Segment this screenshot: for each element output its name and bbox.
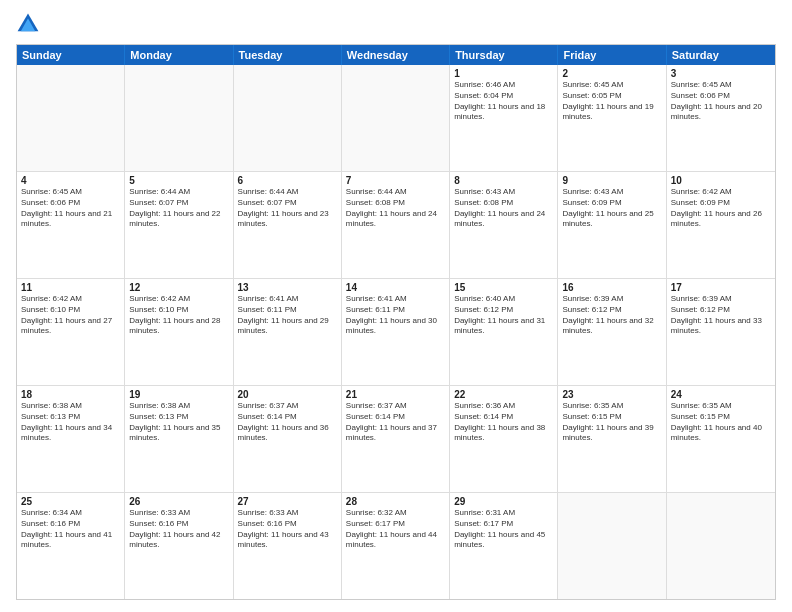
- calendar-cell: [125, 65, 233, 171]
- header-day-monday: Monday: [125, 45, 233, 65]
- day-number: 27: [238, 496, 337, 507]
- calendar-cell: 27Sunrise: 6:33 AMSunset: 6:16 PMDayligh…: [234, 493, 342, 599]
- calendar-cell: 26Sunrise: 6:33 AMSunset: 6:16 PMDayligh…: [125, 493, 233, 599]
- day-number: 13: [238, 282, 337, 293]
- day-number: 1: [454, 68, 553, 79]
- cell-info: Sunrise: 6:33 AMSunset: 6:16 PMDaylight:…: [129, 508, 228, 551]
- calendar-cell: 21Sunrise: 6:37 AMSunset: 6:14 PMDayligh…: [342, 386, 450, 492]
- calendar-cell: 28Sunrise: 6:32 AMSunset: 6:17 PMDayligh…: [342, 493, 450, 599]
- cell-info: Sunrise: 6:36 AMSunset: 6:14 PMDaylight:…: [454, 401, 553, 444]
- calendar-cell: 19Sunrise: 6:38 AMSunset: 6:13 PMDayligh…: [125, 386, 233, 492]
- day-number: 7: [346, 175, 445, 186]
- header: [16, 12, 776, 36]
- cell-info: Sunrise: 6:35 AMSunset: 6:15 PMDaylight:…: [671, 401, 771, 444]
- day-number: 12: [129, 282, 228, 293]
- cell-info: Sunrise: 6:44 AMSunset: 6:07 PMDaylight:…: [238, 187, 337, 230]
- day-number: 15: [454, 282, 553, 293]
- day-number: 19: [129, 389, 228, 400]
- day-number: 5: [129, 175, 228, 186]
- day-number: 28: [346, 496, 445, 507]
- cell-info: Sunrise: 6:44 AMSunset: 6:07 PMDaylight:…: [129, 187, 228, 230]
- cell-info: Sunrise: 6:31 AMSunset: 6:17 PMDaylight:…: [454, 508, 553, 551]
- day-number: 17: [671, 282, 771, 293]
- day-number: 11: [21, 282, 120, 293]
- day-number: 10: [671, 175, 771, 186]
- calendar-cell: [234, 65, 342, 171]
- cell-info: Sunrise: 6:45 AMSunset: 6:06 PMDaylight:…: [21, 187, 120, 230]
- cell-info: Sunrise: 6:38 AMSunset: 6:13 PMDaylight:…: [129, 401, 228, 444]
- calendar-cell: 12Sunrise: 6:42 AMSunset: 6:10 PMDayligh…: [125, 279, 233, 385]
- cell-info: Sunrise: 6:43 AMSunset: 6:09 PMDaylight:…: [562, 187, 661, 230]
- calendar-cell: 24Sunrise: 6:35 AMSunset: 6:15 PMDayligh…: [667, 386, 775, 492]
- calendar-cell: 14Sunrise: 6:41 AMSunset: 6:11 PMDayligh…: [342, 279, 450, 385]
- day-number: 3: [671, 68, 771, 79]
- calendar-cell: 4Sunrise: 6:45 AMSunset: 6:06 PMDaylight…: [17, 172, 125, 278]
- calendar-cell: 16Sunrise: 6:39 AMSunset: 6:12 PMDayligh…: [558, 279, 666, 385]
- cell-info: Sunrise: 6:41 AMSunset: 6:11 PMDaylight:…: [238, 294, 337, 337]
- cell-info: Sunrise: 6:37 AMSunset: 6:14 PMDaylight:…: [238, 401, 337, 444]
- calendar-cell: 1Sunrise: 6:46 AMSunset: 6:04 PMDaylight…: [450, 65, 558, 171]
- cell-info: Sunrise: 6:39 AMSunset: 6:12 PMDaylight:…: [562, 294, 661, 337]
- day-number: 26: [129, 496, 228, 507]
- calendar-cell: 10Sunrise: 6:42 AMSunset: 6:09 PMDayligh…: [667, 172, 775, 278]
- day-number: 23: [562, 389, 661, 400]
- day-number: 22: [454, 389, 553, 400]
- calendar-cell: [342, 65, 450, 171]
- day-number: 4: [21, 175, 120, 186]
- calendar-cell: 22Sunrise: 6:36 AMSunset: 6:14 PMDayligh…: [450, 386, 558, 492]
- calendar-cell: 11Sunrise: 6:42 AMSunset: 6:10 PMDayligh…: [17, 279, 125, 385]
- day-number: 6: [238, 175, 337, 186]
- calendar-row-5: 25Sunrise: 6:34 AMSunset: 6:16 PMDayligh…: [17, 492, 775, 599]
- cell-info: Sunrise: 6:37 AMSunset: 6:14 PMDaylight:…: [346, 401, 445, 444]
- cell-info: Sunrise: 6:42 AMSunset: 6:09 PMDaylight:…: [671, 187, 771, 230]
- calendar-cell: 18Sunrise: 6:38 AMSunset: 6:13 PMDayligh…: [17, 386, 125, 492]
- calendar-cell: 5Sunrise: 6:44 AMSunset: 6:07 PMDaylight…: [125, 172, 233, 278]
- cell-info: Sunrise: 6:33 AMSunset: 6:16 PMDaylight:…: [238, 508, 337, 551]
- cell-info: Sunrise: 6:45 AMSunset: 6:06 PMDaylight:…: [671, 80, 771, 123]
- calendar-cell: [17, 65, 125, 171]
- day-number: 16: [562, 282, 661, 293]
- calendar-cell: 23Sunrise: 6:35 AMSunset: 6:15 PMDayligh…: [558, 386, 666, 492]
- calendar-cell: 8Sunrise: 6:43 AMSunset: 6:08 PMDaylight…: [450, 172, 558, 278]
- cell-info: Sunrise: 6:45 AMSunset: 6:05 PMDaylight:…: [562, 80, 661, 123]
- calendar-cell: 9Sunrise: 6:43 AMSunset: 6:09 PMDaylight…: [558, 172, 666, 278]
- cell-info: Sunrise: 6:34 AMSunset: 6:16 PMDaylight:…: [21, 508, 120, 551]
- page: SundayMondayTuesdayWednesdayThursdayFrid…: [0, 0, 792, 612]
- day-number: 2: [562, 68, 661, 79]
- day-number: 21: [346, 389, 445, 400]
- day-number: 14: [346, 282, 445, 293]
- calendar-body: 1Sunrise: 6:46 AMSunset: 6:04 PMDaylight…: [17, 65, 775, 599]
- day-number: 25: [21, 496, 120, 507]
- cell-info: Sunrise: 6:41 AMSunset: 6:11 PMDaylight:…: [346, 294, 445, 337]
- day-number: 24: [671, 389, 771, 400]
- calendar-cell: 20Sunrise: 6:37 AMSunset: 6:14 PMDayligh…: [234, 386, 342, 492]
- cell-info: Sunrise: 6:39 AMSunset: 6:12 PMDaylight:…: [671, 294, 771, 337]
- cell-info: Sunrise: 6:44 AMSunset: 6:08 PMDaylight:…: [346, 187, 445, 230]
- day-number: 18: [21, 389, 120, 400]
- cell-info: Sunrise: 6:42 AMSunset: 6:10 PMDaylight:…: [21, 294, 120, 337]
- calendar-cell: 15Sunrise: 6:40 AMSunset: 6:12 PMDayligh…: [450, 279, 558, 385]
- calendar-cell: 13Sunrise: 6:41 AMSunset: 6:11 PMDayligh…: [234, 279, 342, 385]
- calendar-cell: 6Sunrise: 6:44 AMSunset: 6:07 PMDaylight…: [234, 172, 342, 278]
- header-day-sunday: Sunday: [17, 45, 125, 65]
- calendar-cell: 25Sunrise: 6:34 AMSunset: 6:16 PMDayligh…: [17, 493, 125, 599]
- calendar-row-4: 18Sunrise: 6:38 AMSunset: 6:13 PMDayligh…: [17, 385, 775, 492]
- day-number: 9: [562, 175, 661, 186]
- day-number: 29: [454, 496, 553, 507]
- logo: [16, 12, 44, 36]
- calendar: SundayMondayTuesdayWednesdayThursdayFrid…: [16, 44, 776, 600]
- cell-info: Sunrise: 6:42 AMSunset: 6:10 PMDaylight:…: [129, 294, 228, 337]
- calendar-cell: [667, 493, 775, 599]
- calendar-cell: [558, 493, 666, 599]
- header-day-wednesday: Wednesday: [342, 45, 450, 65]
- day-number: 8: [454, 175, 553, 186]
- header-day-saturday: Saturday: [667, 45, 775, 65]
- cell-info: Sunrise: 6:46 AMSunset: 6:04 PMDaylight:…: [454, 80, 553, 123]
- calendar-cell: 3Sunrise: 6:45 AMSunset: 6:06 PMDaylight…: [667, 65, 775, 171]
- calendar-cell: 2Sunrise: 6:45 AMSunset: 6:05 PMDaylight…: [558, 65, 666, 171]
- header-day-thursday: Thursday: [450, 45, 558, 65]
- calendar-cell: 17Sunrise: 6:39 AMSunset: 6:12 PMDayligh…: [667, 279, 775, 385]
- calendar-row-2: 4Sunrise: 6:45 AMSunset: 6:06 PMDaylight…: [17, 171, 775, 278]
- cell-info: Sunrise: 6:35 AMSunset: 6:15 PMDaylight:…: [562, 401, 661, 444]
- header-day-tuesday: Tuesday: [234, 45, 342, 65]
